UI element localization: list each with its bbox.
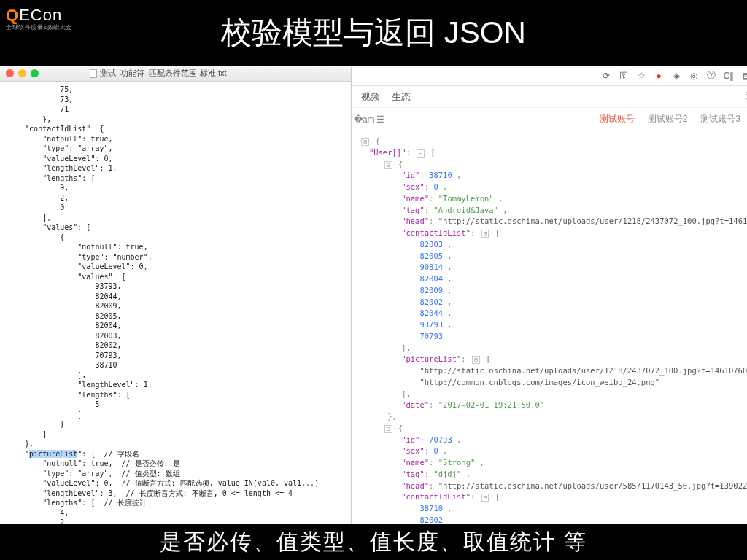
editor-content[interactable]: 75, 73, 71 }, "contactIdList": { "notnul… [0,82,351,524]
back-icon[interactable]: ⟳ [601,71,611,81]
minimize-icon[interactable] [18,69,26,77]
tab-2[interactable]: 测试账号2 [643,110,692,128]
window-titlebar: 测试: 功能符_匹配条件范围-标准.txt [0,66,351,82]
brand-logo: QECon 全球软件质量&效能大会 [6,6,72,31]
file-icon [90,69,97,78]
browser-toolbar: ⟳ ⚿ ☆ ● ◈ ◎ Ⓨ C‖ ▤ 👤 更新 [352,66,747,86]
list-icon[interactable]: �am [358,114,370,125]
traffic-lights [6,69,39,77]
clock-icon[interactable]: C‖ [724,71,734,81]
tab-active[interactable]: 测试账号 [595,110,639,128]
tabs-row: �am ☰ − 测试账号 测试账号2 测试账号3 + ⇩ ⚘ ⋯ [352,108,747,131]
content-area: 测试: 功能符_匹配条件范围-标准.txt 75, 73, 71 }, "con… [0,66,747,524]
logo-suffix: ECon [19,6,62,24]
logo-q: Q [6,6,19,24]
maximize-icon[interactable] [31,69,39,77]
tab-3[interactable]: 测试账号3 [696,110,745,128]
nav-video[interactable]: 视频 [361,90,380,104]
slide-header: QECon 全球软件质量&效能大会 校验模型与返回 JSON [0,0,747,66]
json-viewer[interactable]: ⊟ { "User[]": ⊟ [ ⊟ { "id": 38710 , "sex… [352,131,747,524]
star-icon[interactable]: ☆ [636,71,646,81]
file-name-label: 测试: 功能符_匹配条件范围-标准.txt [100,68,227,79]
tab-minus[interactable]: − [582,114,588,125]
file-title: 测试: 功能符_匹配条件范围-标准.txt [90,68,227,79]
slide-title: 校验模型与返回 JSON [221,12,526,53]
slide-footer: 是否必传、值类型、值长度、取值统计 等 [0,524,747,560]
browser-window: ⟳ ⚿ ☆ ● ◈ ◎ Ⓨ C‖ ▤ 👤 更新 视频 生态 退出 管理员 �am… [352,66,747,524]
logo-subtitle: 全球软件质量&效能大会 [6,23,72,31]
footer-text: 是否必传、值类型、值长度、取值统计 等 [160,527,587,557]
tree-icon[interactable]: ☰ [374,114,386,125]
ext-icon[interactable]: Ⓨ [706,71,716,81]
ring-icon[interactable]: ◎ [689,71,699,81]
nav-row: 视频 生态 退出 管理员 [352,86,747,108]
text-editor-window: 测试: 功能符_匹配条件范围-标准.txt 75, 73, 71 }, "con… [0,66,351,524]
shield-icon[interactable]: ◈ [671,71,681,81]
close-icon[interactable] [6,69,14,77]
key-icon[interactable]: ⚿ [619,71,629,81]
ext-red-icon[interactable]: ● [654,71,664,81]
nav-eco[interactable]: 生态 [392,90,411,104]
menu-icon[interactable]: ▤ [741,71,747,81]
